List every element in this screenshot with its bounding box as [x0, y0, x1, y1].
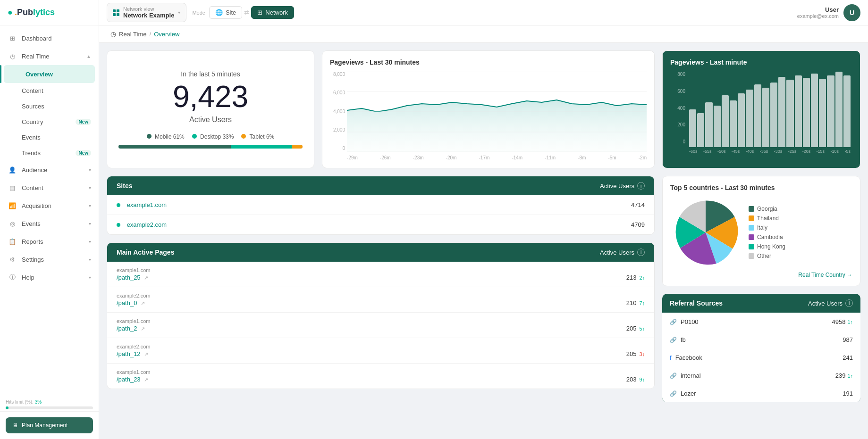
sidebar-item-label: Audience: [22, 166, 89, 174]
pv30-title: Pageviews - Last 30 minutes: [330, 58, 647, 66]
page-path[interactable]: /path_12: [117, 350, 141, 357]
main-content: Network view Network Example ▾ Mode 🌐 Si…: [99, 0, 868, 439]
info-icon[interactable]: i: [637, 182, 645, 190]
sidebar-item-realtime[interactable]: ◷ Real Time ▲: [0, 47, 99, 65]
bar: [705, 102, 712, 147]
ref-source: 🔗 Lozer: [670, 390, 696, 397]
trend-up-icon: 2↑: [639, 275, 645, 281]
page-count: 205: [626, 350, 637, 357]
ref-count: 987: [843, 336, 853, 343]
sidebar-item-country[interactable]: Country New: [0, 114, 99, 130]
page-path[interactable]: /path_2: [117, 325, 137, 332]
avatar[interactable]: U: [843, 4, 860, 21]
referral-col: Active Users: [808, 300, 843, 307]
page-count: 210: [626, 299, 637, 306]
info-icon[interactable]: i: [637, 248, 645, 256]
sidebar-item-label: Content: [22, 184, 89, 191]
trend-up-icon: 5↑: [639, 326, 645, 331]
ref-name: Facebook: [675, 354, 702, 361]
page-domain: example1.com: [117, 318, 645, 324]
pv1m-title: Pageviews - Last minute: [670, 58, 852, 66]
facebook-icon: f: [670, 354, 672, 361]
legend-square: [749, 206, 754, 212]
active-users-label: Active Users: [189, 116, 232, 124]
external-link-icon: ↗: [141, 300, 145, 306]
sidebar-item-trends[interactable]: Trends New: [0, 145, 99, 161]
page-path[interactable]: /path_25: [117, 274, 141, 281]
referral-row: 🔗 Lozer 191: [662, 384, 860, 402]
sidebar: ● .Publytics ⊞ Dashboard ◷ Real Time ▲ O…: [0, 0, 99, 439]
page-row: example2.com /path_12 ↗ 205 3↓: [107, 338, 654, 364]
page-users: 203 9↑: [626, 376, 645, 383]
ref-name: P0100: [681, 318, 699, 325]
info-icon[interactable]: i: [845, 299, 853, 307]
pages-col2: Active Users: [600, 249, 634, 256]
page-count: 203: [626, 376, 637, 383]
sidebar-item-overview[interactable]: Overview: [4, 65, 95, 83]
network-title: Network Example: [123, 12, 174, 19]
page-row: example1.com /path_23 ↗ 203 9↑: [107, 364, 654, 389]
pie-chart: [670, 197, 741, 268]
pv30-chart: 8,000 6,000 4,000 2,000 0: [330, 72, 647, 160]
site-name-label[interactable]: example1.com: [127, 201, 167, 208]
real-time-country-link[interactable]: Real Time Country →: [670, 272, 852, 278]
site-mode-button[interactable]: 🌐 Site: [209, 6, 242, 19]
page-path[interactable]: /path_0: [117, 299, 137, 306]
ref-source: 🔗 fb: [670, 336, 686, 343]
user-name: User: [797, 6, 839, 13]
page-path-row: /path_2 ↗ 205 5↑: [117, 325, 645, 332]
page-path[interactable]: /path_23: [117, 376, 141, 383]
sidebar-item-sources[interactable]: Sources: [0, 99, 99, 114]
trend-up-icon: 1↑: [847, 319, 853, 325]
chevron-down-icon: ▾: [89, 167, 91, 173]
sidebar-item-events[interactable]: Events: [0, 130, 99, 145]
referral-title: Referral Sources: [670, 299, 723, 307]
chevron-down-icon: ▾: [89, 239, 91, 244]
page-count: 205: [626, 325, 637, 332]
legend-square: [749, 215, 754, 221]
sidebar-item-events2[interactable]: ◎ Events ▾: [0, 215, 99, 232]
tablet-bar: [292, 145, 303, 149]
sidebar-item-label: Help: [22, 274, 89, 281]
bar: [770, 83, 777, 147]
site-dot: [117, 203, 120, 207]
breadcrumb: ◷ Real Time / Overview: [99, 25, 868, 43]
topbar-right: User example@ex.com U: [797, 4, 860, 21]
network-view-selector[interactable]: Network view Network Example ▾: [107, 3, 186, 22]
breadcrumb-separator: /: [150, 31, 152, 38]
sidebar-item-acquisition[interactable]: 📶 Acquisition ▾: [0, 197, 99, 215]
bar: [754, 84, 761, 147]
ref-name: Lozer: [681, 390, 696, 397]
sidebar-item-audience[interactable]: 👤 Audience ▾: [0, 161, 99, 179]
sidebar-item-content2[interactable]: ▤ Content ▾: [0, 179, 99, 197]
page-path-link: /path_0 ↗: [117, 299, 145, 306]
bar: [835, 72, 843, 147]
plan-management-button[interactable]: 🖥 Plan Management: [6, 417, 93, 433]
sidebar-item-label: Acquisition: [22, 202, 89, 209]
sidebar-item-content[interactable]: Content: [0, 83, 99, 99]
sidebar-item-help[interactable]: ⓘ Help ▾: [0, 268, 99, 286]
breadcrumb-page: Overview: [154, 31, 179, 38]
site-name-label[interactable]: example2.com: [127, 221, 167, 228]
page-row: example1.com /path_25 ↗ 213 2↑: [107, 262, 654, 287]
chevron-down-icon: ▾: [89, 257, 91, 262]
page-domain: example2.com: [117, 344, 645, 349]
sidebar-item-reports[interactable]: 📋 Reports ▾: [0, 232, 99, 250]
referral-sources-card: Referral Sources Active Users i 🔗 P0100 …: [662, 294, 860, 402]
bar: [819, 79, 826, 147]
desktop-pct: Desktop 33%: [200, 133, 234, 140]
logo-icon: ●: [8, 8, 13, 17]
bar: [786, 80, 793, 147]
sidebar-item-dashboard[interactable]: ⊞ Dashboard: [0, 29, 99, 47]
hits-label: Hits limit (%): 3%: [6, 399, 93, 405]
legend-item-hongkong: Hong Kong: [749, 243, 785, 250]
page-path-row: /path_0 ↗ 210 7↑: [117, 299, 645, 306]
pv30-x-axis: -29m -26m -23m -20m -17m -14m -11m -8m -…: [347, 153, 647, 160]
network-icon: ⊞: [257, 9, 262, 16]
external-link-icon: ↗: [144, 351, 148, 357]
sidebar-item-settings[interactable]: ⚙ Settings ▾: [0, 250, 99, 268]
mobile-pct: Mobile 61%: [155, 133, 185, 140]
hits-bar: [6, 406, 93, 409]
page-users: 213 2↑: [626, 274, 645, 281]
network-mode-button[interactable]: ⊞ Network: [251, 6, 294, 19]
